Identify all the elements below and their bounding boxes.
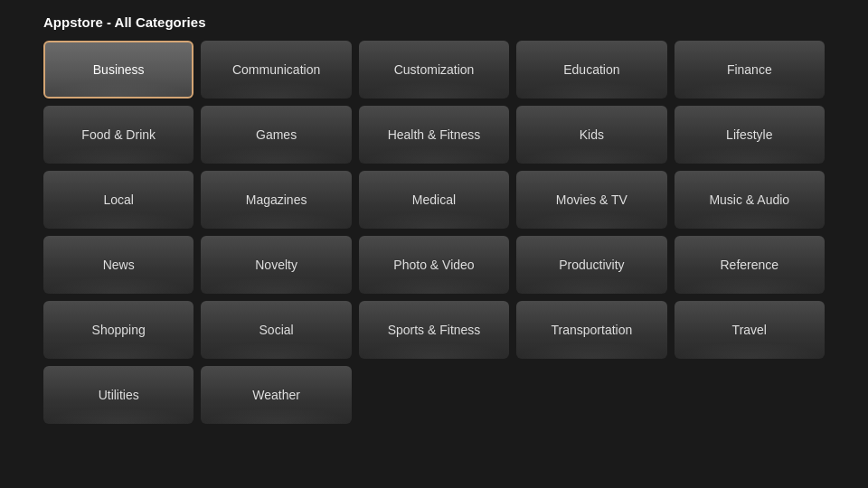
- category-btn-business[interactable]: Business: [43, 41, 193, 99]
- page-title: Appstore - All Categories: [0, 0, 868, 41]
- category-label-travel: Travel: [732, 323, 767, 337]
- category-label-medical: Medical: [412, 192, 456, 207]
- category-label-transportation: Transportation: [552, 323, 633, 337]
- category-btn-novelty[interactable]: Novelty: [201, 236, 351, 294]
- category-label-photo-video: Photo & Video: [393, 258, 474, 272]
- category-btn-photo-video[interactable]: Photo & Video: [359, 236, 509, 294]
- category-btn-education[interactable]: Education: [516, 41, 666, 99]
- category-label-kids: Kids: [580, 127, 604, 142]
- category-btn-magazines[interactable]: Magazines: [201, 171, 351, 229]
- category-label-music-audio: Music & Audio: [709, 192, 789, 207]
- category-btn-music-audio[interactable]: Music & Audio: [675, 171, 825, 229]
- category-btn-local[interactable]: Local: [43, 171, 193, 229]
- category-label-games: Games: [256, 127, 297, 142]
- category-label-lifestyle: Lifestyle: [726, 127, 772, 142]
- category-label-food-drink: Food & Drink: [81, 127, 156, 142]
- category-label-reference: Reference: [720, 258, 778, 272]
- category-label-utilities: Utilities: [99, 388, 139, 402]
- category-btn-medical[interactable]: Medical: [359, 171, 509, 229]
- category-label-education: Education: [563, 62, 619, 77]
- category-btn-news[interactable]: News: [43, 236, 193, 294]
- category-btn-sports-fitness[interactable]: Sports & Fitness: [359, 301, 509, 359]
- category-btn-shopping[interactable]: Shopping: [43, 301, 193, 359]
- category-btn-food-drink[interactable]: Food & Drink: [43, 106, 193, 164]
- category-label-magazines: Magazines: [246, 192, 307, 207]
- category-btn-health-fitness[interactable]: Health & Fitness: [359, 106, 509, 164]
- category-btn-games[interactable]: Games: [201, 106, 351, 164]
- category-btn-transportation[interactable]: Transportation: [516, 301, 666, 359]
- category-label-communication: Communication: [232, 62, 320, 77]
- category-btn-travel[interactable]: Travel: [675, 301, 825, 359]
- categories-grid: BusinessCommunicationCustomizationEducat…: [0, 41, 868, 424]
- category-btn-utilities[interactable]: Utilities: [43, 366, 193, 424]
- category-btn-customization[interactable]: Customization: [359, 41, 509, 99]
- category-btn-lifestyle[interactable]: Lifestyle: [675, 106, 825, 164]
- category-label-weather: Weather: [252, 388, 300, 402]
- category-label-customization: Customization: [394, 62, 475, 77]
- category-label-health-fitness: Health & Fitness: [388, 127, 481, 142]
- category-label-news: News: [103, 258, 135, 272]
- category-label-business: Business: [93, 62, 145, 77]
- category-label-social: Social: [259, 323, 294, 337]
- category-btn-movies-tv[interactable]: Movies & TV: [516, 171, 666, 229]
- category-btn-communication[interactable]: Communication: [201, 41, 351, 99]
- category-label-local: Local: [103, 192, 133, 207]
- category-label-novelty: Novelty: [255, 258, 297, 272]
- category-label-shopping: Shopping: [92, 323, 146, 337]
- category-btn-kids[interactable]: Kids: [516, 106, 666, 164]
- category-label-sports-fitness: Sports & Fitness: [388, 323, 481, 337]
- category-label-finance: Finance: [727, 62, 772, 77]
- category-btn-productivity[interactable]: Productivity: [516, 236, 666, 294]
- category-btn-weather[interactable]: Weather: [201, 366, 351, 424]
- category-btn-social[interactable]: Social: [201, 301, 351, 359]
- category-btn-finance[interactable]: Finance: [675, 41, 825, 99]
- category-label-movies-tv: Movies & TV: [556, 192, 627, 207]
- category-btn-reference[interactable]: Reference: [675, 236, 825, 294]
- category-label-productivity: Productivity: [559, 258, 624, 272]
